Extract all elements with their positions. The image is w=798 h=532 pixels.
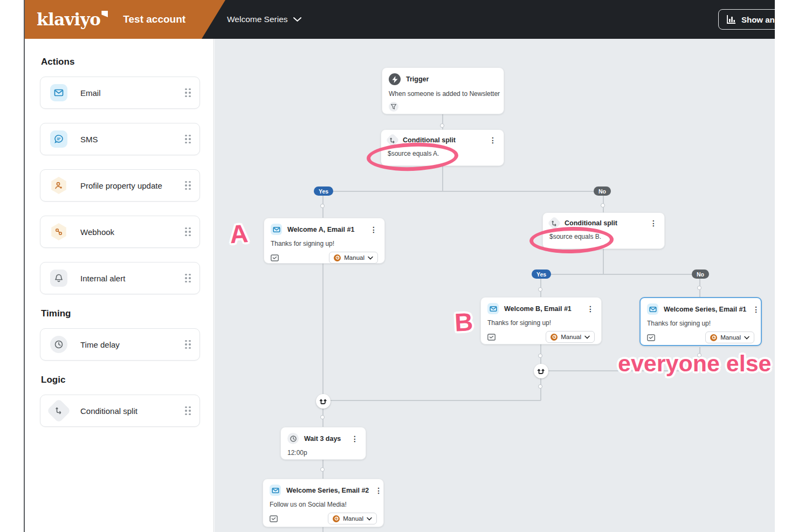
connector-dot (538, 384, 542, 389)
kebab-menu-icon[interactable] (369, 225, 378, 234)
kebab-menu-icon[interactable] (489, 136, 497, 144)
connector-line (603, 249, 604, 274)
status-label: Manual (344, 254, 364, 261)
drag-handle-icon[interactable] (185, 227, 191, 237)
sidebar-item-email[interactable]: Email (40, 77, 200, 109)
kebab-menu-icon[interactable] (752, 305, 760, 314)
sidebar-item-label: SMS (80, 135, 185, 144)
email-subject: Thanks for signing up! (487, 319, 595, 327)
manual-status-icon (551, 334, 558, 341)
flow-node-email-welcome-a[interactable]: Welcome A, Email #1 Thanks for signing u… (264, 218, 385, 264)
split-icon (46, 398, 71, 423)
connector-dot (697, 286, 701, 290)
node-title: Trigger (406, 75, 497, 83)
merge-paths-icon[interactable] (316, 394, 331, 409)
sidebar-item-label: Internal alert (80, 274, 185, 283)
connector-dot (538, 287, 542, 292)
yes-badge: Yes (314, 186, 333, 196)
sidebar-item-time-delay[interactable]: Time delay (40, 328, 200, 361)
sidebar-item-sms[interactable]: SMS (40, 123, 200, 155)
chevron-down-icon (584, 335, 590, 339)
email-icon (487, 303, 499, 314)
no-badge: No (594, 186, 611, 196)
merge-paths-icon[interactable] (534, 364, 548, 378)
drag-handle-icon[interactable] (185, 274, 191, 283)
show-analytics-label: Show an (741, 15, 775, 24)
node-title: Wait 3 days (304, 435, 345, 443)
drag-handle-icon[interactable] (185, 406, 191, 416)
kebab-menu-icon[interactable] (350, 434, 359, 443)
message-status-icon (647, 334, 655, 341)
bar-chart-icon (726, 14, 737, 25)
manual-status-dropdown[interactable]: Manual (328, 513, 377, 524)
status-label: Manual (720, 334, 741, 341)
email-icon (270, 485, 281, 496)
chevron-down-icon (293, 17, 301, 22)
email-icon (271, 224, 282, 235)
profile-icon (50, 177, 67, 194)
brand-header: klaviyo Test account (25, 0, 225, 39)
kebab-menu-icon[interactable] (649, 219, 658, 227)
sidebar-section-actions: Actions (41, 57, 74, 67)
email-icon (50, 84, 67, 101)
connector-dot (601, 203, 605, 208)
klaviyo-logo[interactable]: klaviyo (37, 10, 100, 29)
connector-line (541, 274, 700, 275)
message-status-icon (487, 334, 496, 341)
wait-time: 12:00p (287, 449, 359, 457)
drag-handle-icon[interactable] (185, 340, 191, 349)
annotation-letter-a: A (229, 218, 249, 249)
node-title: Welcome B, Email #1 (504, 305, 581, 313)
connector-line (322, 527, 324, 532)
manual-status-dropdown[interactable]: Manual (329, 252, 378, 264)
connector-line (540, 378, 541, 400)
flow-node-email-welcome-series-2[interactable]: Welcome Series, Email #2 Follow us on So… (263, 479, 384, 527)
drag-handle-icon[interactable] (185, 135, 191, 144)
email-subject: Follow us on Social Media! (270, 501, 377, 508)
yes-badge: Yes (532, 270, 551, 279)
sidebar-section-timing: Timing (41, 308, 71, 319)
show-analytics-button[interactable]: Show an (718, 9, 775, 30)
flow-node-email-welcome-b[interactable]: Welcome B, Email #1 Thanks for signing u… (480, 297, 602, 344)
message-status-icon (270, 515, 278, 522)
connector-line (330, 400, 541, 401)
status-label: Manual (561, 334, 581, 340)
flow-node-time-delay[interactable]: Wait 3 days 12:00p (280, 427, 366, 460)
sidebar-item-webhook[interactable]: Webhook (40, 216, 200, 248)
flow-node-email-welcome-series-1[interactable]: Welcome Series, Email #1 Thanks for sign… (639, 297, 762, 346)
kebab-menu-icon[interactable] (374, 486, 383, 495)
email-subject: Thanks for signing up! (647, 320, 754, 327)
sidebar-item-label: Conditional split (80, 406, 185, 416)
drag-handle-icon[interactable] (185, 88, 191, 98)
sidebar-item-conditional-split[interactable]: Conditional split (40, 395, 200, 427)
chevron-down-icon (368, 256, 373, 260)
lightning-bolt-icon (389, 73, 401, 85)
manual-status-dropdown[interactable]: Manual (546, 331, 595, 343)
klaviyo-flow-builder-window: klaviyo Test account Welcome Series Show… (25, 0, 775, 532)
drag-handle-icon[interactable] (185, 181, 191, 190)
clock-icon (50, 336, 67, 353)
node-title: Welcome Series, Email #1 (664, 306, 746, 313)
sidebar-section-logic: Logic (41, 375, 65, 385)
filter-funnel-icon[interactable] (389, 102, 398, 112)
connector-dot (320, 415, 325, 419)
manual-status-dropdown[interactable]: Manual (705, 331, 754, 343)
actions-sidebar: Actions Email SMS Profile property updat… (25, 39, 214, 532)
flow-name-label: Welcome Series (227, 15, 288, 24)
bell-icon (50, 270, 67, 287)
klaviyo-flag-icon (101, 11, 108, 17)
chevron-down-icon (744, 336, 749, 340)
email-icon (647, 303, 658, 315)
connector-line (322, 263, 324, 395)
flow-node-trigger[interactable]: Trigger When someone is added to Newslet… (382, 67, 504, 114)
manual-status-icon (334, 254, 341, 261)
sidebar-item-label: Webhook (80, 227, 185, 237)
node-title: Welcome Series, Email #2 (286, 487, 369, 494)
sidebar-item-profile-property-update[interactable]: Profile property update (40, 169, 200, 202)
kebab-menu-icon[interactable] (586, 305, 595, 313)
node-title: Welcome A, Email #1 (287, 226, 364, 233)
connector-line (442, 166, 443, 191)
webhook-icon (50, 223, 67, 240)
flow-name-dropdown[interactable]: Welcome Series (227, 0, 301, 39)
sidebar-item-internal-alert[interactable]: Internal alert (40, 262, 200, 294)
